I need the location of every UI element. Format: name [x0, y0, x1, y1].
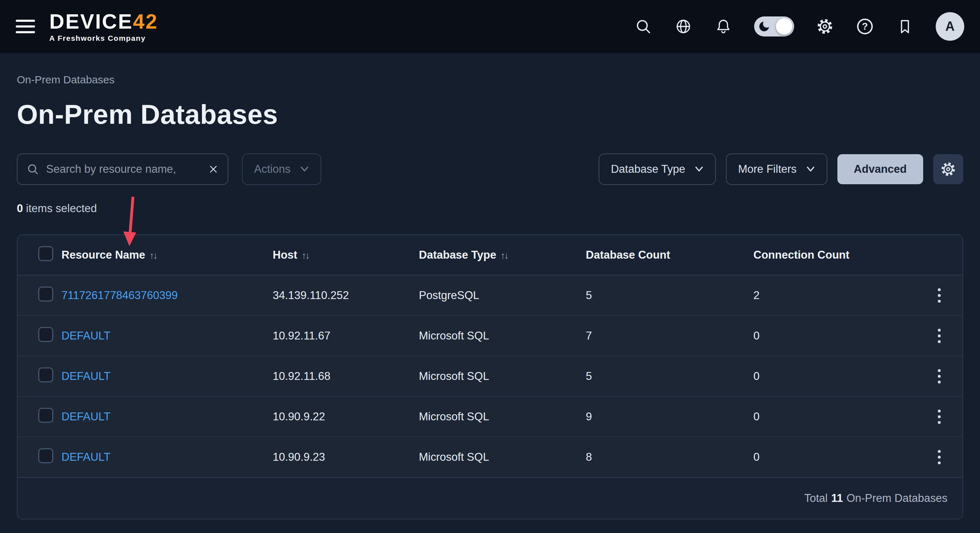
advanced-button[interactable]: Advanced	[837, 154, 923, 184]
table-row: DEFAULT 10.90.9.22 Microsoft SQL 9 0	[18, 396, 963, 437]
database-type-cell: Microsoft SQL	[419, 437, 586, 477]
user-avatar[interactable]: A	[936, 12, 964, 41]
table-header-row: Resource Name↑↓ Host↑↓ Database Type↑↓ D…	[18, 235, 963, 275]
connection-count-cell: 2	[753, 275, 916, 316]
database-type-cell: Microsoft SQL	[419, 396, 586, 437]
row-kebab-menu-icon[interactable]	[938, 329, 941, 343]
database-count-cell: 9	[586, 396, 753, 437]
host-cell: 34.139.110.252	[273, 275, 419, 316]
chevron-down-icon	[694, 166, 704, 172]
chevron-down-icon	[300, 166, 309, 172]
notifications-bell-icon[interactable]	[714, 17, 733, 36]
database-type-cell: Microsoft SQL	[419, 356, 586, 396]
column-header-database-type[interactable]: Database Type↑↓	[419, 235, 586, 275]
navbar-actions: ? A	[634, 12, 964, 41]
table-settings-gear-icon[interactable]	[933, 154, 963, 184]
logo-42-text: 42	[133, 10, 158, 33]
row-kebab-menu-icon[interactable]	[938, 450, 941, 464]
sort-icon[interactable]: ↑↓	[302, 250, 309, 261]
sort-icon[interactable]: ↑↓	[150, 250, 156, 261]
moon-icon	[758, 20, 770, 33]
resource-name-link[interactable]: DEFAULT	[62, 410, 110, 423]
top-navbar: DEVICE42 A Freshworks Company ? A	[0, 0, 980, 53]
settings-gear-icon[interactable]	[816, 17, 834, 36]
dark-mode-toggle[interactable]	[754, 16, 794, 37]
database-type-cell: PostgreSQL	[419, 275, 586, 316]
globe-icon[interactable]	[674, 17, 693, 36]
connection-count-cell: 0	[753, 356, 916, 396]
column-header-connection-count: Connection Count	[753, 235, 916, 275]
device42-logo[interactable]: DEVICE42 A Freshworks Company	[49, 11, 158, 42]
total-prefix: Total	[804, 492, 827, 505]
host-cell: 10.92.11.68	[273, 356, 419, 396]
column-header-resource-name[interactable]: Resource Name↑↓	[62, 235, 273, 275]
row-checkbox[interactable]	[38, 408, 53, 423]
row-kebab-menu-icon[interactable]	[938, 410, 941, 424]
host-cell: 10.90.9.23	[273, 437, 419, 477]
database-type-dropdown[interactable]: Database Type	[599, 153, 716, 185]
logo-tagline: A Freshworks Company	[49, 34, 158, 42]
row-checkbox[interactable]	[38, 287, 53, 302]
column-header-database-count: Database Count	[586, 235, 753, 275]
database-count-cell: 5	[586, 275, 753, 316]
row-kebab-menu-icon[interactable]	[938, 288, 941, 303]
main-content: On-Prem Databases On-Prem Databases Acti…	[0, 74, 980, 519]
connection-count-cell: 0	[753, 437, 916, 477]
sort-icon[interactable]: ↑↓	[501, 250, 508, 261]
database-count-cell: 8	[586, 437, 753, 477]
selected-count: 0	[17, 202, 23, 215]
toolbar-right: Database Type More Filters Advanced	[599, 153, 963, 185]
connection-count-cell: 0	[753, 316, 916, 356]
search-icon[interactable]	[634, 17, 652, 36]
host-cell: 10.90.9.22	[273, 396, 419, 437]
total-suffix: On-Prem Databases	[846, 492, 948, 505]
table-row: DEFAULT 10.92.11.68 Microsoft SQL 5 0	[18, 356, 963, 396]
toolbar: Actions Database Type More Filters Advan…	[17, 153, 963, 185]
help-icon[interactable]: ?	[856, 17, 874, 36]
breadcrumb[interactable]: On-Prem Databases	[17, 74, 963, 86]
page-title: On-Prem Databases	[17, 99, 963, 130]
resource-name-link[interactable]: DEFAULT	[62, 329, 110, 342]
selected-label: items selected	[23, 202, 97, 215]
table-footer: Total 11 On-Prem Databases	[18, 477, 963, 519]
row-checkbox[interactable]	[38, 327, 53, 342]
database-count-cell: 7	[586, 316, 753, 356]
table-body: 7117261778463760399 34.139.110.252 Postg…	[18, 275, 963, 477]
selected-summary: 0 items selected	[17, 202, 963, 215]
actions-dropdown[interactable]: Actions	[242, 153, 321, 185]
search-box	[17, 153, 228, 185]
bookmark-icon[interactable]	[896, 17, 914, 36]
toggle-knob	[776, 18, 792, 35]
select-all-checkbox[interactable]	[38, 246, 53, 261]
databases-table: Resource Name↑↓ Host↑↓ Database Type↑↓ D…	[18, 235, 963, 477]
databases-table-card: Resource Name↑↓ Host↑↓ Database Type↑↓ D…	[17, 234, 963, 519]
logo-device-text: DEVICE	[49, 10, 133, 33]
hamburger-menu-icon[interactable]	[16, 20, 35, 33]
connection-count-cell: 0	[753, 396, 916, 437]
table-row: DEFAULT 10.90.9.23 Microsoft SQL 8 0	[18, 437, 963, 477]
database-count-cell: 5	[586, 356, 753, 396]
row-kebab-menu-icon[interactable]	[938, 369, 941, 383]
total-count: 11	[831, 492, 843, 505]
clear-search-icon[interactable]	[208, 164, 218, 174]
table-row: 7117261778463760399 34.139.110.252 Postg…	[18, 275, 963, 316]
host-cell: 10.92.11.67	[273, 316, 419, 356]
search-input-icon	[27, 163, 39, 175]
resource-name-link[interactable]: DEFAULT	[62, 451, 110, 463]
more-filters-dropdown[interactable]: More Filters	[726, 153, 827, 185]
chevron-down-icon	[806, 166, 815, 172]
table-row: DEFAULT 10.92.11.67 Microsoft SQL 7 0	[18, 316, 963, 356]
column-header-host[interactable]: Host↑↓	[273, 235, 419, 275]
resource-name-link[interactable]: 7117261778463760399	[62, 289, 178, 302]
search-input[interactable]	[46, 163, 201, 176]
resource-name-link[interactable]: DEFAULT	[62, 370, 110, 382]
row-checkbox[interactable]	[38, 448, 53, 463]
row-checkbox[interactable]	[38, 367, 53, 382]
database-type-cell: Microsoft SQL	[419, 316, 586, 356]
